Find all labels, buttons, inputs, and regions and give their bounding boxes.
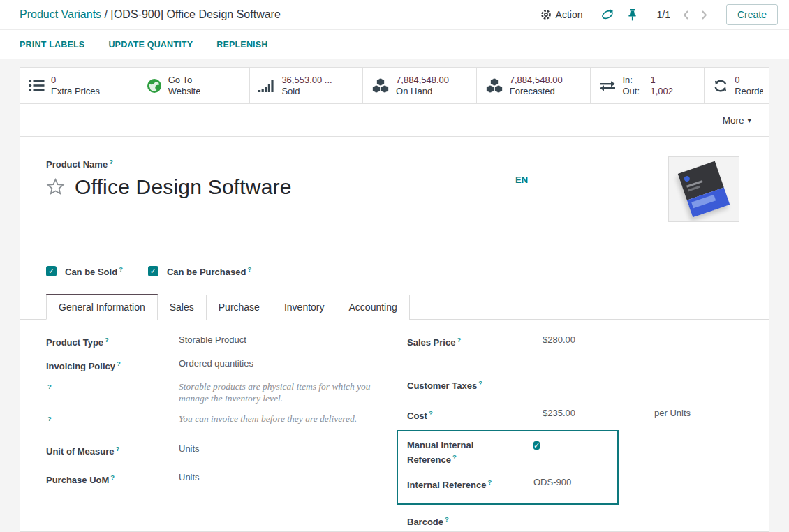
out-value: 1,002 xyxy=(650,86,673,97)
field-help-invoice: ? You can invoice them before they are d… xyxy=(46,413,393,427)
stat-button-row: 0Extra Prices Go ToWebsite 36,553.00 ...… xyxy=(20,68,769,104)
stat-button-in-out[interactable]: In:1 Out:1,002 xyxy=(591,68,705,103)
tab-accounting[interactable]: Accounting xyxy=(337,295,410,320)
field-help-text: Storable products are physical items for… xyxy=(179,380,393,404)
field-help-storable: ? Storable products are physical items f… xyxy=(46,380,393,404)
product-name-label: Product Name? xyxy=(46,158,743,170)
sync-icon[interactable] xyxy=(598,6,617,24)
help-marker: ? xyxy=(109,158,113,165)
field-customer-taxes: Customer Taxes? xyxy=(407,377,743,392)
content-area: 0Extra Prices Go ToWebsite 36,553.00 ...… xyxy=(0,59,789,532)
breadcrumb: Product Variants / [ODS-900] Office Desi… xyxy=(20,8,281,21)
help-marker: ? xyxy=(457,336,461,343)
breadcrumb-current: [ODS-900] Office Design Software xyxy=(110,8,280,20)
stat-value: 0 xyxy=(735,75,763,86)
create-button[interactable]: Create xyxy=(726,4,778,25)
field-invoicing-policy: Invoicing Policy? Ordered quantities xyxy=(46,357,393,372)
action-menu-label: Action xyxy=(556,9,583,20)
help-marker: ? xyxy=(110,473,115,481)
stat-label-line2: Website xyxy=(168,86,201,97)
stat-button-sold[interactable]: 36,553.00 ...Sold xyxy=(250,68,363,103)
manual-internal-reference-checkbox[interactable]: ✓ xyxy=(533,441,540,450)
stat-value: 36,553.00 ... xyxy=(281,75,332,86)
control-bar: PRINT LABELS UPDATE QUANTITY REPLENISH xyxy=(0,30,789,59)
can-be-sold-label: Can be Sold? xyxy=(65,265,123,277)
update-quantity-button[interactable]: UPDATE QUANTITY xyxy=(108,40,193,50)
product-title: Office Design Software xyxy=(75,175,292,199)
stat-value: 0 xyxy=(51,75,100,86)
field-sales-price: Sales Price? $280.00 xyxy=(407,334,743,348)
replenish-button[interactable]: REPLENISH xyxy=(216,40,267,50)
pin-icon[interactable] xyxy=(624,6,642,24)
help-marker: ? xyxy=(47,383,52,390)
internal-reference-highlight-box: Manual Internal Reference? ✓ Internal Re… xyxy=(397,430,619,505)
tab-sales[interactable]: Sales xyxy=(157,295,207,320)
refresh-icon xyxy=(713,78,728,94)
action-menu-button[interactable]: Action xyxy=(540,9,583,20)
stat-label-line1: Go To xyxy=(168,75,201,86)
field-internal-reference: Internal Reference? ODS-900 xyxy=(407,476,608,491)
field-purchase-uom: Purchase UoM? Units xyxy=(46,471,393,486)
out-label: Out: xyxy=(622,86,643,97)
field-value: Units xyxy=(179,471,393,483)
field-manual-internal-reference: Manual Internal Reference? ✓ xyxy=(407,439,608,466)
stat-button-go-to-website[interactable]: Go ToWebsite xyxy=(138,68,251,103)
field-value: $280.00 xyxy=(543,334,743,346)
software-box-graphic xyxy=(678,161,730,218)
stat-value: 7,884,548.00 xyxy=(510,75,563,86)
pager-next-icon[interactable] xyxy=(695,6,714,24)
can-be-purchased-label: Can be Purchased? xyxy=(167,265,251,277)
stat-label: On Hand xyxy=(396,86,449,97)
field-unit-of-measure: Unit of Measure? Units xyxy=(46,443,393,457)
field-value: Ordered quantities xyxy=(179,357,393,369)
list-icon xyxy=(29,78,45,93)
field-product-type: Product Type? Storable Product xyxy=(46,334,393,348)
product-image[interactable] xyxy=(668,156,739,222)
form-left-column: Product Type? Storable Product Invoicing… xyxy=(46,334,393,532)
favorite-star-icon[interactable] xyxy=(46,178,65,196)
field-value: $235.00 xyxy=(543,407,654,419)
cost-uom: per Units xyxy=(654,408,691,418)
help-marker: ? xyxy=(105,336,109,343)
help-marker: ? xyxy=(487,478,492,486)
help-marker: ? xyxy=(116,445,120,452)
gear-icon xyxy=(540,9,552,20)
breadcrumb-parent-link[interactable]: Product Variants xyxy=(20,8,101,20)
chevron-down-icon: ▾ xyxy=(748,116,752,125)
stat-button-forecasted[interactable]: 7,884,548.00Forecasted xyxy=(477,68,591,103)
help-marker: ? xyxy=(247,265,251,273)
stat-label: Extra Prices xyxy=(51,86,100,97)
more-dropdown[interactable]: More ▾ xyxy=(705,104,769,136)
product-header: Product Name? Office Design Software EN xyxy=(46,158,743,247)
in-label: In: xyxy=(622,75,643,86)
print-labels-button[interactable]: PRINT LABELS xyxy=(20,40,84,50)
language-badge[interactable]: EN xyxy=(515,175,528,185)
stat-button-reordering[interactable]: 0Reorderin... xyxy=(705,68,769,103)
field-cost: Cost? $235.00per Units xyxy=(407,407,743,422)
stat-button-extra-prices[interactable]: 0Extra Prices xyxy=(20,68,138,103)
in-value: 1 xyxy=(650,75,673,86)
bar-chart-icon xyxy=(258,79,275,93)
stat-label: Sold xyxy=(281,86,332,97)
cubes-icon xyxy=(371,77,390,94)
tab-general-information[interactable]: General Information xyxy=(46,294,158,320)
form-right-column: Sales Price? $280.00 Customer Taxes? Cos… xyxy=(407,334,743,532)
globe-icon xyxy=(147,78,162,94)
tab-inventory[interactable]: Inventory xyxy=(272,295,337,320)
pager-previous-icon[interactable] xyxy=(677,6,695,24)
stat-label: Reorderin... xyxy=(735,86,763,97)
notebook-tabs: General Information Sales Purchase Inven… xyxy=(20,294,769,320)
help-marker: ? xyxy=(47,415,52,422)
field-help-text: You can invoice them before they are del… xyxy=(179,413,393,424)
can-be-sold-checkbox[interactable]: ✓ xyxy=(46,266,57,276)
help-marker: ? xyxy=(445,515,449,523)
pager: 1/1 xyxy=(657,9,670,20)
more-label: More xyxy=(723,115,744,126)
stat-label: Forecasted xyxy=(510,86,563,97)
breadcrumb-separator: / xyxy=(101,8,110,20)
help-marker: ? xyxy=(429,409,433,417)
stat-button-on-hand[interactable]: 7,884,548.00On Hand xyxy=(363,68,477,103)
cubes-icon xyxy=(485,77,503,94)
can-be-purchased-checkbox[interactable]: ✓ xyxy=(148,266,158,276)
tab-purchase[interactable]: Purchase xyxy=(206,295,272,320)
